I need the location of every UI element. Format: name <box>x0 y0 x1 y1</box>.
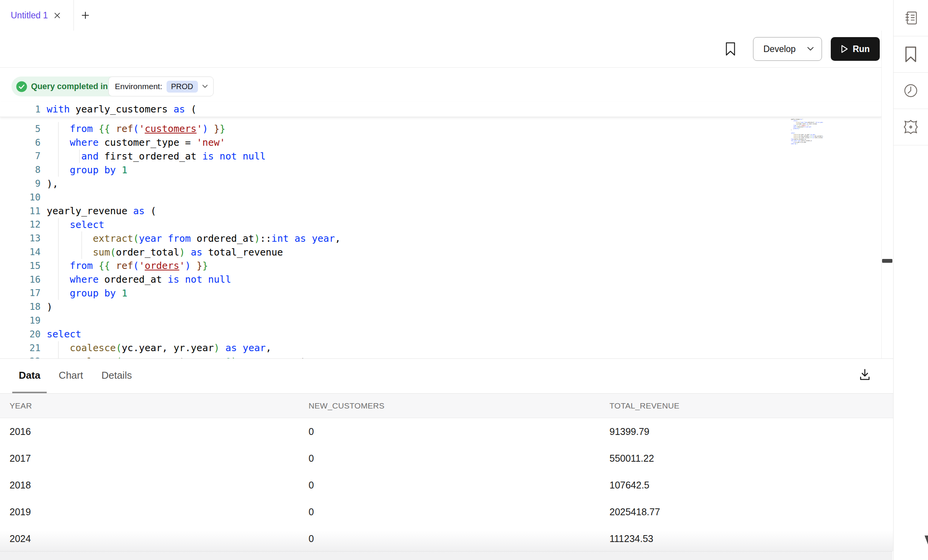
code-line: 9), <box>0 177 881 190</box>
code-line: 10 <box>0 190 881 204</box>
tab-data[interactable]: Data <box>12 359 47 393</box>
line-number: 5 <box>0 124 41 134</box>
environment-selector[interactable]: Environment: PROD <box>108 77 214 96</box>
run-button-label: Run <box>853 44 870 54</box>
indent-guide <box>58 287 59 300</box>
bookmark-icon <box>903 46 918 63</box>
code-line: 14 sum(order_total) as total_revenue <box>0 245 881 259</box>
bookmark-icon[interactable] <box>723 41 738 57</box>
indent-guide <box>82 245 82 259</box>
download-icon[interactable] <box>856 366 874 383</box>
plus-icon[interactable] <box>78 8 92 22</box>
code-line: 18) <box>0 300 881 314</box>
code-line: 6 where customer_type = 'new' <box>0 136 881 150</box>
tab-details[interactable]: Details <box>95 359 138 393</box>
indent-guide <box>58 136 59 150</box>
table-row: 20170550011.22 <box>0 445 893 472</box>
code-text: group by 1 <box>47 164 127 176</box>
notebook-icon <box>902 10 919 26</box>
play-icon <box>841 45 848 53</box>
code-text: select <box>47 329 81 340</box>
code-line: 21 coalesce(yc.year, yr.year) as year, <box>0 341 881 355</box>
check-circle-icon <box>16 81 27 92</box>
results-tab-bar: DataChartDetails <box>0 359 893 394</box>
table-cell: 0 <box>309 418 314 445</box>
indent-guide <box>58 259 59 273</box>
develop-button[interactable]: Develop <box>753 37 822 61</box>
indent-guide <box>79 150 80 163</box>
line-number: 6 <box>0 137 41 148</box>
code-text: from {{ ref('orders') }} <box>47 260 208 271</box>
indent-guide <box>58 150 59 163</box>
table-cell: 0 <box>309 525 314 551</box>
indent-guide <box>82 231 82 245</box>
table-cell: 2025418.77 <box>609 498 660 525</box>
code-line: 17 group by 1 <box>0 287 881 300</box>
close-icon[interactable] <box>53 11 61 20</box>
line-number: 18 <box>0 301 41 312</box>
code-text: coalesce(yc.year, yr.year) as year, <box>47 342 271 353</box>
table-row: 201902025418.77 <box>0 498 893 526</box>
indent-guide <box>58 218 59 232</box>
line-number: 19 <box>0 315 41 326</box>
line-number: 11 <box>0 206 41 217</box>
code-text: where ordered_at is not null <box>47 274 231 285</box>
clock-icon <box>902 82 919 99</box>
right-icon-sidebar <box>893 0 928 560</box>
code-text: extract(year from ordered_at)::int as ye… <box>47 233 341 244</box>
line-number: 9 <box>0 178 41 189</box>
line-number: 14 <box>0 247 41 257</box>
run-button[interactable]: Run <box>831 37 880 61</box>
indent-guide <box>58 122 59 136</box>
code-text: sum(order_total) as total_revenue <box>47 247 283 258</box>
sql-code-editor[interactable]: 1with yearly_customers as ( 5 from {{ re… <box>0 96 881 359</box>
code-text: ), <box>47 178 58 189</box>
table-cell: 0 <box>309 498 314 525</box>
line-number: 10 <box>0 192 41 203</box>
sidebar-button-bookmark[interactable] <box>894 36 928 73</box>
sidebar-button-clock[interactable] <box>894 73 928 109</box>
environment-value-badge: PROD <box>167 81 198 93</box>
scrollbar-thumb[interactable] <box>882 259 892 263</box>
table-cell: 2018 <box>10 472 31 498</box>
tab-chart[interactable]: Chart <box>52 359 90 393</box>
line-number: 8 <box>0 164 41 175</box>
tab-untitled-1[interactable]: Untitled 1 <box>0 0 74 31</box>
code-line: 15 from {{ ref('orders') }} <box>0 259 881 273</box>
table-cell: 550011.22 <box>609 445 654 472</box>
sidebar-button-notebook[interactable] <box>894 0 928 36</box>
sticky-scroll-line[interactable]: 1with yearly_customers as ( <box>0 102 881 117</box>
table-cell: 2019 <box>10 498 31 525</box>
chevron-down-icon <box>807 47 814 51</box>
code-text: yearly_revenue as ( <box>47 205 156 217</box>
app-window: Untitled 1 Develop Run Query completed i… <box>0 0 928 560</box>
code-line: 16 where ordered_at is not null <box>0 273 881 287</box>
table-cell: 111234.53 <box>609 525 653 551</box>
line-number: 1 <box>0 104 41 115</box>
table-cell: 2016 <box>10 418 31 445</box>
code-text: ) <box>47 301 52 313</box>
line-number: 12 <box>0 219 41 230</box>
editor-scrollbar[interactable] <box>881 31 893 359</box>
query-status-text: Query completed in 4s <box>31 82 119 91</box>
code-line: 11yearly_revenue as ( <box>0 204 881 218</box>
indent-guide <box>58 245 59 259</box>
line-number: 15 <box>0 260 41 271</box>
window-corner-mark <box>919 536 928 560</box>
code-text: from {{ ref('customers') }} <box>47 123 225 134</box>
horizontal-scrollbar[interactable] <box>0 551 892 560</box>
line-number: 17 <box>0 288 41 298</box>
sidebar-button-dbt[interactable] <box>894 109 928 145</box>
code-text: group by 1 <box>47 288 127 299</box>
table-cell: 0 <box>309 472 314 498</box>
table-row: 2016091399.79 <box>0 418 893 445</box>
column-header: NEW_CUSTOMERS <box>309 394 384 418</box>
table-cell: 91399.79 <box>609 418 649 445</box>
column-header: TOTAL_REVENUE <box>609 394 680 418</box>
dbt-icon <box>902 118 920 136</box>
chevron-down-icon <box>202 85 208 88</box>
line-number: 13 <box>0 233 41 244</box>
table-cell: 2024 <box>10 525 31 551</box>
line-number: 21 <box>0 343 41 353</box>
develop-button-label: Develop <box>763 44 796 54</box>
